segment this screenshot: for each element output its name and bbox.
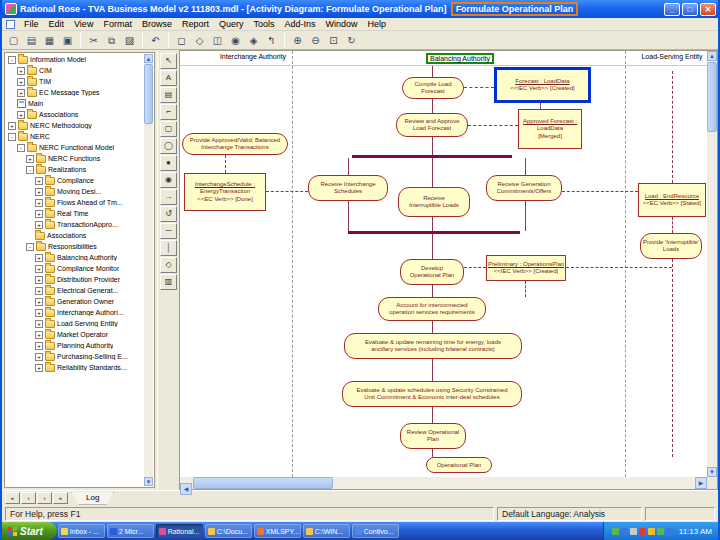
tree-expander[interactable]: - <box>17 144 25 152</box>
undo-icon[interactable]: ↶ <box>147 32 164 48</box>
print-icon[interactable]: ▣ <box>59 32 76 48</box>
synchronization-bar-1[interactable] <box>348 231 520 234</box>
tree-expander[interactable]: + <box>17 89 25 97</box>
tree-expander[interactable]: + <box>17 67 25 75</box>
zoom-in-icon[interactable]: ⊕ <box>289 32 306 48</box>
tab-scroll-button-3[interactable]: » <box>53 492 68 504</box>
tree-expander[interactable]: + <box>17 111 25 119</box>
tray-icon-2[interactable] <box>630 528 637 535</box>
tree-expander[interactable]: + <box>35 353 43 361</box>
taskbar-button-xmlspy[interactable]: XMLSPY... <box>254 524 301 538</box>
activity-develop[interactable]: DevelopOperational Plan <box>400 259 464 285</box>
activity-compile-load[interactable]: Compile LoadForecast <box>402 77 464 99</box>
copy-icon[interactable]: ⧉ <box>103 32 120 48</box>
scroll-down-arrow[interactable]: ▼ <box>144 477 153 486</box>
start-state-tool-icon[interactable]: ● <box>160 155 177 171</box>
tree-expander[interactable]: + <box>35 320 43 328</box>
swimlane-label-interchange-authority[interactable]: Interchange Authority <box>218 53 288 60</box>
decision-tool-icon[interactable]: ◇ <box>160 257 177 273</box>
tab-scroll-button-1[interactable]: ‹ <box>21 492 36 504</box>
menu-add-ins[interactable]: Add-Ins <box>279 18 320 31</box>
tree-expander[interactable]: + <box>35 199 43 207</box>
activity-operational-plan[interactable]: Operational Plan <box>426 457 492 473</box>
menu-view[interactable]: View <box>69 18 98 31</box>
tray-icon-4[interactable] <box>648 528 655 535</box>
selection-tool-icon[interactable]: ↖ <box>160 53 177 69</box>
tree-item-nerc-functions[interactable]: +NERC Functions <box>6 153 144 164</box>
tray-icon-6[interactable] <box>666 528 673 535</box>
tree-expander[interactable]: + <box>35 254 43 262</box>
menu-browse[interactable]: Browse <box>137 18 177 31</box>
taskbar-button-inbox[interactable]: Inbox - ... <box>58 524 105 538</box>
tree-item-planning-authority[interactable]: +Planning Authority <box>6 340 144 351</box>
tree-item-generation-owner[interactable]: +Generation Owner <box>6 296 144 307</box>
scroll-up-arrow[interactable]: ▲ <box>707 51 717 61</box>
tree-expander[interactable]: + <box>35 276 43 284</box>
taskbar-button-c-win[interactable]: C:\WIN... <box>303 524 350 538</box>
state-tool-icon[interactable]: ▢ <box>160 121 177 137</box>
synchronization-bar-0[interactable] <box>352 155 512 158</box>
activity-evaluate-update-schedules-using-security-constrained[interactable]: Evaluate & update schedules using Securi… <box>342 381 522 407</box>
menu-format[interactable]: Format <box>98 18 137 31</box>
tree-expander[interactable]: + <box>35 342 43 350</box>
new-icon[interactable]: ▢ <box>5 32 22 48</box>
browse-component-diagram-icon[interactable]: ◫ <box>209 32 226 48</box>
cut-icon[interactable]: ✂ <box>85 32 102 48</box>
tree-item-purchasing-selling-e[interactable]: +Purchasing-Selling E... <box>6 351 144 362</box>
tree-item-flows-ahead-of-tm[interactable]: +Flows Ahead of Tm... <box>6 197 144 208</box>
tree-expander[interactable]: + <box>35 210 43 218</box>
tree-item-ec-message-types[interactable]: +EC Message Types <box>6 87 144 98</box>
tree-expander[interactable]: + <box>35 331 43 339</box>
start-button[interactable]: Start <box>2 522 57 540</box>
scroll-thumb[interactable] <box>144 64 153 124</box>
swimlane-label-load-serving-entity[interactable]: Load-Serving Entity <box>639 53 704 60</box>
title-bar[interactable]: Rational Rose - TVA Business Model v2 11… <box>2 0 718 18</box>
menu-query[interactable]: Query <box>214 18 249 31</box>
tree-expander[interactable]: + <box>35 309 43 317</box>
tree-expander[interactable]: - <box>26 243 34 251</box>
menu-report[interactable]: Report <box>177 18 214 31</box>
tree-item-transactionappro[interactable]: +TransactionAppro... <box>6 219 144 230</box>
browse-class-diagram-icon[interactable]: ◻ <box>173 32 190 48</box>
canvas-horizontal-scrollbar[interactable]: ◀ ▶ <box>180 477 707 489</box>
browse-interaction-diagram-icon[interactable]: ◇ <box>191 32 208 48</box>
tree-vertical-scrollbar[interactable]: ▲ ▼ <box>144 54 153 486</box>
anchor-note-tool-icon[interactable]: ⌐ <box>160 104 177 120</box>
text-tool-icon[interactable]: A <box>160 70 177 86</box>
paste-icon[interactable]: ▨ <box>121 32 138 48</box>
browse-deployment-diagram-icon[interactable]: ◈ <box>245 32 262 48</box>
object-preliminary-operationsplan[interactable]: Preliminary : OperationsPlan<<IEC Verb>>… <box>486 255 566 281</box>
tree-expander[interactable]: + <box>35 177 43 185</box>
taskbar-button-c-docu[interactable]: C:\Docu... <box>205 524 252 538</box>
tree-item-load-serving-entity[interactable]: +Load Serving Entity <box>6 318 144 329</box>
state-transition-tool-icon[interactable]: → <box>160 189 177 205</box>
menu-help[interactable]: Help <box>363 18 392 31</box>
tree-item-associations[interactable]: Associations <box>6 230 144 241</box>
save-icon[interactable]: ▦ <box>41 32 58 48</box>
tree-expander[interactable]: + <box>35 364 43 372</box>
swimlane-tool-icon[interactable]: ▥ <box>160 274 177 290</box>
tree-expander[interactable]: + <box>17 78 25 86</box>
tab-scroll-button-2[interactable]: › <box>37 492 52 504</box>
tree-item-moving-desi[interactable]: +Moving Desi... <box>6 186 144 197</box>
tree-item-associations[interactable]: +Associations <box>6 109 144 120</box>
fit-in-window-icon[interactable]: ⊡ <box>325 32 342 48</box>
swimlane-label-balancing-authority[interactable]: Balancing Authority <box>426 53 494 64</box>
refresh-icon[interactable]: ↻ <box>343 32 360 48</box>
tree-item-real-time[interactable]: +Real Time <box>6 208 144 219</box>
taskbar-button-contivo[interactable]: Contivo... <box>352 524 399 538</box>
tree-expander[interactable]: + <box>35 298 43 306</box>
menu-tools[interactable]: Tools <box>248 18 279 31</box>
tab-scroll-button-0[interactable]: « <box>5 492 20 504</box>
activity-receive-interchange[interactable]: Receive InterchangeSchedules <box>308 175 388 201</box>
tree-item-distribution-provider[interactable]: +Distribution Provider <box>6 274 144 285</box>
tree-item-nerc[interactable]: -NERC <box>6 131 144 142</box>
tree-expander[interactable]: - <box>8 133 16 141</box>
tray-icon-1[interactable] <box>621 528 628 535</box>
maximize-button[interactable]: □ <box>682 3 698 16</box>
object-forecast-loaddata[interactable]: Forecast : LoadData<<IEC Verb>> [Created… <box>494 67 591 103</box>
tree-item-compliance[interactable]: +Compliance <box>6 175 144 186</box>
object-interchangeschedule[interactable]: InterchangeSchedule :EnergyTransaction<<… <box>184 173 266 211</box>
scroll-thumb[interactable] <box>707 62 717 132</box>
activity-evaluate-update-remaining-time-for-energy-loads[interactable]: Evaluate & update remaining time for ene… <box>344 333 522 359</box>
